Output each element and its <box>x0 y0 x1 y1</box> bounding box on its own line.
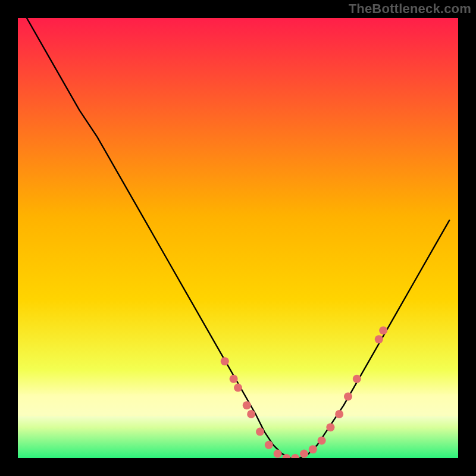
data-marker <box>344 392 352 400</box>
data-marker <box>265 441 273 449</box>
data-marker <box>247 410 255 418</box>
data-marker <box>234 384 242 392</box>
data-marker <box>326 423 334 431</box>
data-marker <box>379 326 387 334</box>
data-marker <box>375 335 383 343</box>
data-marker <box>335 410 343 418</box>
data-marker <box>309 445 317 453</box>
data-marker <box>300 450 308 458</box>
data-marker <box>318 436 326 444</box>
data-marker <box>353 375 361 383</box>
chart-svg <box>18 18 458 458</box>
watermark-label: TheBottleneck.com <box>349 1 471 17</box>
chart-frame: TheBottleneck.com <box>0 0 476 476</box>
svg-rect-1 <box>18 394 458 416</box>
chart-plot-area <box>18 18 458 458</box>
svg-rect-0 <box>18 18 458 458</box>
data-marker <box>243 401 251 409</box>
data-marker <box>221 357 229 365</box>
data-marker <box>230 375 238 383</box>
data-marker <box>274 450 282 458</box>
data-marker <box>256 428 264 436</box>
